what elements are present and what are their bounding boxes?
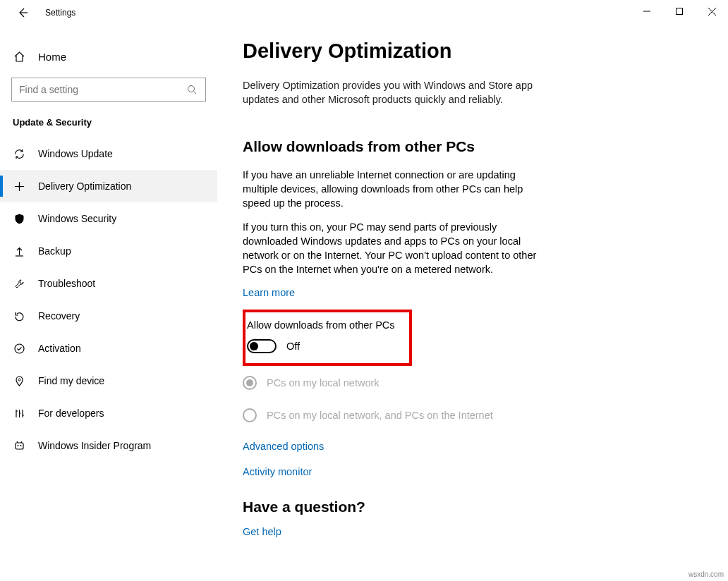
sidebar-item-label: Recovery — [38, 310, 80, 322]
svg-point-4 — [18, 185, 20, 188]
wrench-icon — [13, 277, 25, 290]
question-heading: Have a question? — [243, 499, 704, 515]
radio-label: PCs on my local network — [267, 377, 380, 389]
search-field[interactable] — [19, 84, 186, 95]
delivery-icon — [13, 180, 25, 192]
sidebar-item-label: Find my device — [38, 375, 104, 386]
section-para-2: If you turn this on, your PC may send pa… — [243, 220, 546, 276]
toggle-state: Off — [286, 341, 300, 352]
radio-label: PCs on my local network, and PCs on the … — [267, 410, 493, 421]
sync-icon — [13, 147, 25, 160]
close-button[interactable] — [696, 0, 728, 23]
get-help-link[interactable]: Get help — [243, 526, 281, 537]
sidebar-item-label: For developers — [38, 408, 104, 419]
location-icon — [13, 374, 25, 387]
sidebar-item-windows-update[interactable]: Windows Update — [0, 137, 217, 170]
window-title: Settings — [45, 8, 75, 18]
allow-downloads-toggle[interactable] — [247, 339, 277, 353]
activity-monitor-link[interactable]: Activity monitor — [243, 466, 704, 477]
sidebar-item-label: Windows Insider Program — [38, 440, 151, 451]
recovery-icon — [13, 310, 25, 322]
sidebar-item-for-developers[interactable]: For developers — [0, 397, 217, 429]
sidebar-item-label: Activation — [38, 343, 81, 354]
svg-rect-1 — [677, 8, 683, 15]
advanced-options-link[interactable]: Advanced options — [243, 441, 704, 452]
back-button[interactable] — [13, 3, 32, 23]
sidebar-item-label: Windows Update — [38, 148, 113, 159]
sidebar-item-activation[interactable]: Activation — [0, 332, 217, 365]
maximize-button[interactable] — [663, 0, 696, 23]
highlight-box: Allow downloads from other PCs Off — [243, 310, 412, 366]
home-link[interactable]: Home — [0, 42, 217, 71]
minimize-button[interactable] — [631, 0, 663, 23]
page-description: Delivery Optimization provides you with … — [243, 78, 539, 107]
sidebar-item-recovery[interactable]: Recovery — [0, 300, 217, 332]
svg-point-7 — [18, 379, 20, 381]
radio-option-local[interactable]: PCs on my local network — [243, 376, 704, 390]
developers-icon — [13, 407, 25, 420]
sidebar-item-label: Troubleshoot — [38, 278, 95, 289]
svg-rect-8 — [16, 443, 23, 449]
shield-icon — [13, 212, 25, 225]
sidebar-item-windows-insider[interactable]: Windows Insider Program — [0, 429, 217, 462]
sidebar-item-delivery-optimization[interactable]: Delivery Optimization — [0, 170, 217, 202]
section-para-1: If you have an unreliable Internet conne… — [243, 168, 546, 210]
watermark: wsxdn.com — [688, 570, 724, 578]
sidebar-item-find-my-device[interactable]: Find my device — [0, 365, 217, 397]
home-label: Home — [38, 51, 66, 63]
check-circle-icon — [13, 342, 25, 355]
sidebar-item-backup[interactable]: Backup — [0, 235, 217, 267]
sidebar-item-windows-security[interactable]: Windows Security — [0, 202, 217, 235]
sidebar-item-label: Delivery Optimization — [38, 181, 131, 192]
search-input[interactable] — [11, 78, 206, 102]
page-title: Delivery Optimization — [243, 39, 704, 63]
sidebar-item-label: Backup — [38, 245, 71, 257]
toggle-knob — [250, 342, 258, 350]
search-icon — [186, 83, 198, 96]
learn-more-link[interactable]: Learn more — [243, 287, 295, 298]
sidebar: Home Update & Security Windows Update De… — [0, 25, 217, 581]
radio-icon — [243, 376, 257, 390]
toggle-label: Allow downloads from other PCs — [247, 319, 402, 331]
svg-point-9 — [17, 445, 18, 446]
section-heading: Allow downloads from other PCs — [243, 138, 704, 155]
home-icon — [13, 50, 25, 63]
backup-icon — [13, 245, 25, 257]
sidebar-item-label: Windows Security — [38, 213, 116, 224]
svg-point-2 — [188, 85, 194, 92]
section-title: Update & Security — [0, 117, 217, 137]
svg-point-6 — [15, 344, 24, 353]
sidebar-item-troubleshoot[interactable]: Troubleshoot — [0, 267, 217, 300]
main-content: Delivery Optimization Delivery Optimizat… — [217, 25, 728, 581]
radio-option-internet[interactable]: PCs on my local network, and PCs on the … — [243, 408, 704, 422]
radio-icon — [243, 408, 257, 422]
insider-icon — [13, 439, 25, 452]
svg-point-10 — [20, 445, 21, 446]
svg-line-3 — [193, 91, 196, 94]
